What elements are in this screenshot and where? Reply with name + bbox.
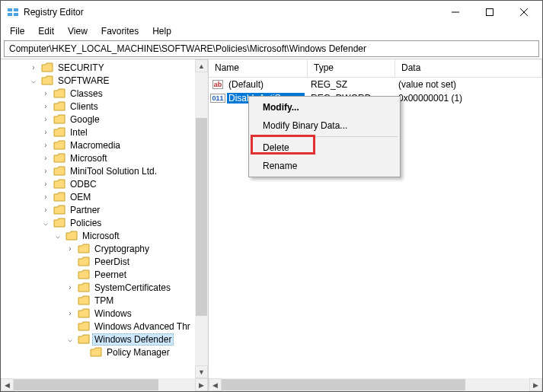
folder-icon (78, 244, 90, 254)
folder-icon (53, 192, 65, 202)
folder-icon (78, 257, 90, 267)
tree-label: ODBC (68, 178, 99, 190)
tree-item[interactable]: ›Peernet (4, 268, 208, 281)
tree-label: Macromedia (68, 139, 123, 151)
folder-icon (53, 127, 65, 138)
address-bar[interactable]: Computer\HKEY_LOCAL_MACHINE\SOFTWARE\Pol… (4, 40, 539, 57)
scroll-left-icon[interactable]: ◀ (1, 378, 14, 391)
tree-item[interactable]: ›Classes (4, 87, 208, 100)
folder-icon (78, 334, 90, 345)
chevron-right-icon[interactable]: › (40, 114, 51, 125)
tree-scrollbar-horizontal[interactable]: ◀ ▶ (1, 378, 208, 391)
list-row[interactable]: ab(Default)REG_SZ(value not set) (209, 78, 542, 91)
maximize-button[interactable] (472, 2, 506, 23)
tree-item[interactable]: ›Windows Advanced Thr (4, 320, 208, 333)
tree-label: MiniTool Solution Ltd. (68, 165, 159, 177)
menu-help[interactable]: Help (146, 24, 177, 38)
tree-item[interactable]: ›TPM (4, 294, 208, 307)
minimize-button[interactable] (438, 2, 472, 23)
tree-item[interactable]: ›Windows (4, 307, 208, 320)
value-name: (Default) (227, 79, 305, 90)
tree-item[interactable]: ›Policy Manager (4, 346, 208, 359)
ctx-delete[interactable]: Delete (251, 139, 398, 157)
menu-view[interactable]: View (62, 24, 94, 38)
tree-item[interactable]: ›ODBC (4, 177, 208, 190)
folder-icon (78, 308, 90, 319)
tree-item[interactable]: ›Google (4, 113, 208, 126)
tree-scrollbar-vertical[interactable]: ▲ ▼ (195, 59, 208, 378)
tree-label: Clients (68, 100, 101, 113)
tree-item[interactable]: ›Macromedia (4, 139, 208, 151)
tree-item[interactable]: ⌵Policies (4, 216, 208, 229)
chevron-down-icon[interactable]: ⌵ (53, 231, 63, 241)
folder-icon (53, 101, 65, 112)
scroll-right-icon[interactable]: ▶ (529, 378, 542, 391)
tree-item[interactable]: ›PeerDist (4, 255, 208, 268)
chevron-right-icon[interactable]: › (40, 192, 51, 202)
tree-label: Windows Advanced Thr (92, 320, 193, 333)
tree-item[interactable]: ›Intel (4, 126, 208, 139)
tree-label: SystemCertificates (92, 282, 173, 294)
tree-item[interactable]: ›SystemCertificates (4, 281, 208, 294)
chevron-right-icon[interactable]: › (65, 308, 75, 319)
folder-icon (78, 295, 90, 306)
address-text: Computer\HKEY_LOCAL_MACHINE\SOFTWARE\Pol… (9, 43, 366, 54)
scroll-left-icon[interactable]: ◀ (209, 378, 222, 391)
ctx-rename[interactable]: Rename (251, 157, 398, 175)
scroll-up-icon[interactable]: ▲ (195, 59, 208, 72)
chevron-right-icon[interactable]: › (40, 140, 51, 151)
tree-item[interactable]: ⌵Microsoft (4, 229, 208, 242)
chevron-right-icon[interactable]: › (40, 205, 51, 215)
chevron-right-icon[interactable]: › (28, 62, 39, 73)
folder-icon (78, 321, 90, 332)
chevron-right-icon[interactable]: › (40, 166, 51, 177)
folder-icon (53, 166, 65, 177)
chevron-right-icon[interactable]: › (65, 282, 75, 293)
tree-label: Microsoft (80, 230, 122, 242)
folder-icon (41, 62, 53, 73)
chevron-right-icon[interactable]: › (65, 244, 75, 254)
chevron-down-icon[interactable]: ⌵ (65, 334, 75, 345)
svg-rect-5 (486, 9, 493, 16)
chevron-right-icon[interactable]: › (40, 179, 51, 190)
tree-item[interactable]: ⌵Windows Defender (4, 333, 208, 346)
close-button[interactable] (506, 2, 541, 23)
column-data[interactable]: Data (395, 59, 542, 77)
menu-file[interactable]: File (4, 24, 30, 38)
scroll-down-icon[interactable]: ▼ (195, 365, 208, 378)
registry-tree[interactable]: ›SECURITY⌵SOFTWARE›Classes›Clients›Googl… (1, 59, 208, 360)
tree-item[interactable]: ›Cryptography (4, 242, 208, 255)
tree-item[interactable]: ⌵SOFTWARE (4, 74, 208, 87)
ctx-modify[interactable]: Modify... (251, 98, 398, 116)
tree-item[interactable]: ›MiniTool Solution Ltd. (4, 164, 208, 177)
tree-label: Policy Manager (104, 346, 172, 359)
titlebar: Registry Editor (1, 1, 542, 24)
ctx-modify-binary[interactable]: Modify Binary Data... (251, 116, 398, 135)
chevron-down-icon[interactable]: ⌵ (40, 218, 51, 228)
tree-label: Intel (68, 126, 90, 139)
chevron-right-icon[interactable]: › (40, 101, 51, 112)
menu-edit[interactable]: Edit (32, 24, 60, 38)
tree-item[interactable]: ›Partner (4, 203, 208, 216)
chevron-right-icon[interactable]: › (40, 153, 51, 164)
tree-item[interactable]: ›Microsoft (4, 151, 208, 164)
menu-favorites[interactable]: Favorites (95, 24, 145, 38)
list-scrollbar-horizontal[interactable]: ◀ ▶ (209, 378, 542, 391)
tree-item[interactable]: ›Clients (4, 100, 208, 113)
tree-item[interactable]: ›SECURITY (4, 61, 208, 74)
folder-icon (53, 218, 65, 228)
string-value-icon: ab (212, 78, 224, 91)
scroll-right-icon[interactable]: ▶ (195, 378, 208, 391)
registry-editor-window: Registry Editor File Edit View Favorites… (0, 0, 543, 392)
chevron-right-icon[interactable]: › (40, 127, 51, 138)
tree-pane: ›SECURITY⌵SOFTWARE›Classes›Clients›Googl… (1, 59, 209, 391)
folder-icon (65, 231, 78, 241)
column-type[interactable]: Type (308, 59, 395, 77)
folder-icon (78, 282, 90, 293)
chevron-down-icon[interactable]: ⌵ (28, 75, 39, 86)
column-name[interactable]: Name (209, 59, 308, 77)
value-data: 0x00000001 (1) (392, 93, 542, 104)
tree-item[interactable]: ›OEM (4, 190, 208, 203)
chevron-right-icon[interactable]: › (40, 88, 51, 99)
folder-icon (53, 153, 65, 164)
